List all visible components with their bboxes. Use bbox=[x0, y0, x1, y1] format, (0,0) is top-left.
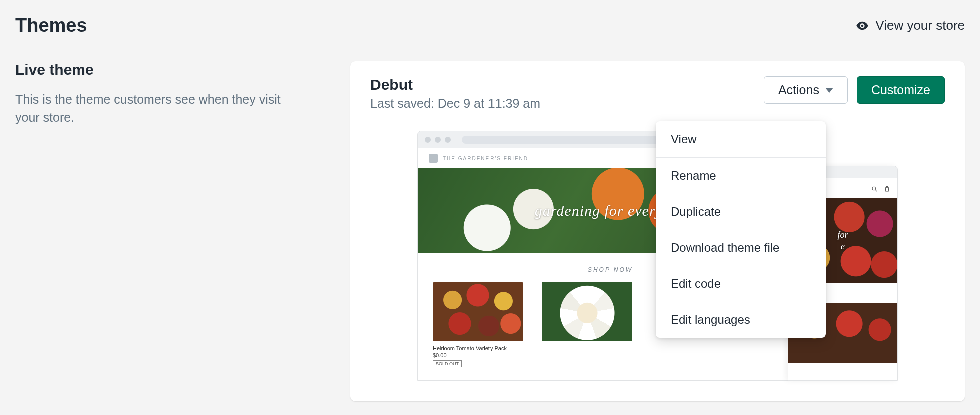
product-card: Heirloom Tomato Variety Pack $0.00 SOLD … bbox=[433, 282, 523, 368]
section-description: This is the theme customers see when the… bbox=[15, 90, 305, 127]
actions-dropdown: View Rename Duplicate Download theme fil… bbox=[656, 122, 826, 338]
page-header: Themes View your store bbox=[15, 15, 965, 36]
logo-icon bbox=[429, 154, 438, 163]
chevron-down-icon bbox=[825, 88, 833, 93]
window-dot-icon bbox=[435, 137, 441, 143]
product-title: Heirloom Tomato Variety Pack bbox=[433, 346, 523, 352]
product-image bbox=[433, 282, 523, 342]
section-heading: Live theme bbox=[15, 62, 335, 78]
product-price: $0.00 bbox=[433, 352, 523, 358]
window-dot-icon bbox=[425, 137, 431, 143]
actions-button[interactable]: Actions bbox=[764, 76, 848, 104]
dropdown-item-view[interactable]: View bbox=[656, 122, 826, 158]
svg-line-1 bbox=[875, 190, 877, 192]
theme-name: Debut bbox=[370, 76, 540, 94]
theme-card: Debut Last saved: Dec 9 at 11:39 am Acti… bbox=[350, 62, 965, 402]
dropdown-item-duplicate[interactable]: Duplicate bbox=[656, 194, 826, 230]
customize-label: Customize bbox=[871, 84, 930, 96]
sold-out-badge: SOLD OUT bbox=[433, 360, 462, 368]
svg-point-0 bbox=[872, 187, 876, 190]
bag-icon bbox=[884, 186, 890, 192]
mobile-hero-text: for e bbox=[832, 230, 853, 253]
customize-button[interactable]: Customize bbox=[857, 76, 945, 104]
page-title: Themes bbox=[15, 15, 87, 36]
view-store-link[interactable]: View your store bbox=[855, 18, 965, 34]
eye-icon bbox=[855, 19, 869, 33]
dropdown-item-edit-languages[interactable]: Edit languages bbox=[656, 302, 826, 338]
dropdown-item-edit-code[interactable]: Edit code bbox=[656, 266, 826, 302]
actions-label: Actions bbox=[778, 84, 819, 96]
preview-logo-text: THE GARDENER'S FRIEND bbox=[443, 156, 528, 162]
live-theme-sidebar: Live theme This is the theme customers s… bbox=[15, 62, 335, 127]
dropdown-item-rename[interactable]: Rename bbox=[656, 158, 826, 194]
search-icon bbox=[871, 186, 878, 192]
window-dot-icon bbox=[445, 137, 451, 143]
view-store-label: View your store bbox=[875, 18, 965, 34]
product-card bbox=[542, 282, 632, 368]
product-image bbox=[542, 282, 632, 342]
dropdown-item-download[interactable]: Download theme file bbox=[656, 230, 826, 266]
theme-last-saved: Last saved: Dec 9 at 11:39 am bbox=[370, 96, 540, 111]
